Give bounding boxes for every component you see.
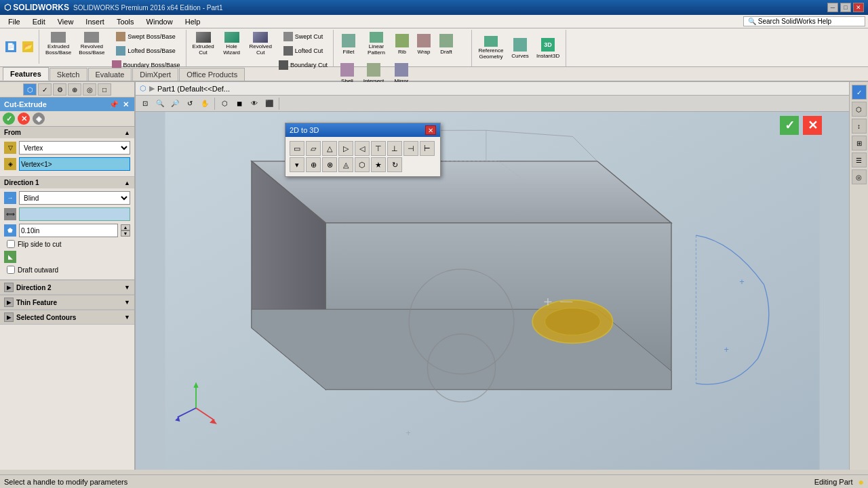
cancel-button[interactable]: ✕ [18,113,30,125]
reference-geometry-button[interactable]: ReferenceGeometry [475,34,507,62]
menu-insert[interactable]: Insert [80,16,110,27]
dialog-tool-3[interactable]: △ [322,141,337,156]
vertex-input[interactable]: Vertex<1> [19,157,130,171]
boundary-cut-button[interactable]: Boundary Cut [276,58,330,72]
rp-button-2[interactable]: ⬡ [852,102,867,117]
menu-tools[interactable]: Tools [111,16,140,27]
dialog-tool-5[interactable]: ◁ [355,141,370,156]
close-button[interactable]: ✕ [853,3,864,12]
title-controls[interactable]: ─ □ ✕ [827,3,864,12]
extruded-boss-button[interactable]: ExtrudedBoss/Base [42,30,75,58]
dialog-close-button[interactable]: ✕ [425,125,436,135]
from-header[interactable]: From ▲ [0,127,134,138]
dialog-tool-7[interactable]: ⊥ [387,141,402,156]
ok-button[interactable]: ✓ [3,113,15,125]
menu-edit[interactable]: Edit [27,16,51,27]
menu-file[interactable]: File [3,16,26,27]
lofted-cut-button[interactable]: Lofted Cut [276,44,330,58]
menu-view[interactable]: View [52,16,79,27]
display-manager-icon[interactable]: ◎ [83,83,96,96]
lofted-boss-button[interactable]: Lofted Boss/Base [109,44,183,58]
instant3d-button[interactable]: 3D Instant3D [533,34,563,62]
wrap-button[interactable]: Wrap [413,30,435,58]
section-view-button[interactable]: ⬛ [262,98,276,110]
depth-down[interactable]: ▼ [121,230,130,237]
confirm-button[interactable]: ✓ [780,116,799,135]
dialog-tool-16[interactable]: ↻ [387,157,402,172]
panel-pin-button[interactable]: 📌 [109,100,119,109]
fillet-button[interactable]: Fillet [336,30,361,58]
dialog-tool-12[interactable]: ⊗ [322,157,337,172]
maximize-button[interactable]: □ [840,3,851,12]
new-button[interactable]: 📄 [3,39,19,55]
rp-button-5[interactable]: ☰ [852,152,867,167]
depth-up[interactable]: ▲ [121,224,130,230]
minimize-button[interactable]: ─ [827,3,838,12]
property-manager-icon[interactable]: ✓ [38,83,52,96]
direction1-header[interactable]: Direction 1 ▲ [0,177,134,188]
direction2-expand[interactable]: ▼ [124,284,130,291]
config-manager-icon[interactable]: ⚙ [53,83,66,96]
rp-button-1[interactable]: ✓ [852,85,867,100]
direction-type-select[interactable]: Blind Through All Through All - Both Up … [19,191,130,205]
dialog-tool-8[interactable]: ⊣ [403,141,418,156]
revolved-boss-button[interactable]: RevolvedBoss/Base [75,30,108,58]
draft-outward-checkbox[interactable] [7,266,15,274]
dialog-tool-10[interactable]: ▾ [290,157,304,172]
dialog-tool-6[interactable]: ⊤ [371,141,386,156]
rp-button-6[interactable]: ◎ [852,169,867,184]
dim-xpert-icon[interactable]: ⊕ [68,83,81,96]
thin-feature-header[interactable]: ▶ Thin Feature ▼ [0,295,134,310]
menu-help[interactable]: Help [180,16,206,27]
tab-features[interactable]: Features [3,67,49,81]
rp-button-4[interactable]: ⊞ [852,136,867,150]
dialog-tool-1[interactable]: ▭ [290,141,304,156]
model-viewport[interactable]: + + + [136,112,849,470]
menu-window[interactable]: Window [141,16,178,27]
extruded-cut-button[interactable]: ExtrudedCut [189,30,218,58]
revolved-cut-button[interactable]: RevolvedCut [246,30,275,58]
rebuild-button[interactable]: ◈ [33,113,45,125]
reject-button[interactable]: ✕ [803,116,822,135]
display-style-button[interactable]: ◼ [233,98,246,110]
zoom-in-button[interactable]: 🔍 [153,98,167,110]
feature-icon-5[interactable]: □ [98,83,111,96]
depth-input[interactable]: 0.10in [19,224,118,237]
selected-contours-toggle[interactable]: ▶ [4,312,14,322]
direction2-header[interactable]: ▶ Direction 2 ▼ [0,280,134,295]
swept-cut-button[interactable]: Swept Cut [276,30,330,43]
swept-boss-button[interactable]: Swept Boss/Base [109,30,183,43]
tab-dimxpert[interactable]: DimXpert [132,68,178,81]
thin-feature-toggle[interactable]: ▶ [4,298,14,307]
hole-wizard-button[interactable]: HoleWizard [218,30,245,58]
dialog-header[interactable]: 2D to 3D ✕ [285,123,440,137]
depth-spinner[interactable]: ▲ ▼ [121,224,130,237]
selected-contours-expand[interactable]: ▼ [124,314,130,321]
direction2-toggle[interactable]: ▶ [4,283,14,292]
pan-button[interactable]: ✋ [198,98,212,110]
dialog-tool-9[interactable]: ⊢ [420,141,435,156]
hide-show-button[interactable]: 👁 [248,98,261,110]
selected-contours-header[interactable]: ▶ Selected Contours ▼ [0,310,134,325]
linear-pattern-button[interactable]: LinearPattern [361,30,391,58]
rib-button[interactable]: Rib [392,30,412,58]
dialog-tool-14[interactable]: ⬡ [355,157,370,172]
search-bar[interactable]: 🔍 Search SolidWorks Help [743,16,865,26]
panel-close-button[interactable]: ✕ [121,100,130,109]
draft-button[interactable]: Draft [435,30,457,58]
tab-office-products[interactable]: Office Products [179,68,245,81]
curves-button[interactable]: Curves [508,34,532,62]
rp-button-3[interactable]: ↕ [852,119,867,134]
dialog-tool-13[interactable]: ◬ [338,157,353,172]
tab-evaluate[interactable]: Evaluate [88,68,132,81]
flip-side-checkbox[interactable] [7,240,15,248]
tab-sketch[interactable]: Sketch [50,68,87,81]
dialog-tool-15[interactable]: ★ [371,157,386,172]
view-orientation-button[interactable]: ⬡ [218,98,231,110]
rotate-view-button[interactable]: ↺ [183,98,197,110]
dialog-tool-2[interactable]: ▱ [306,141,321,156]
vertex-type-select[interactable]: Vertex Sketch Plane Surface/Face/Plane O… [19,141,130,155]
zoom-out-button[interactable]: 🔎 [168,98,182,110]
dialog-tool-11[interactable]: ⊕ [306,157,321,172]
open-button[interactable]: 📂 [20,39,36,55]
